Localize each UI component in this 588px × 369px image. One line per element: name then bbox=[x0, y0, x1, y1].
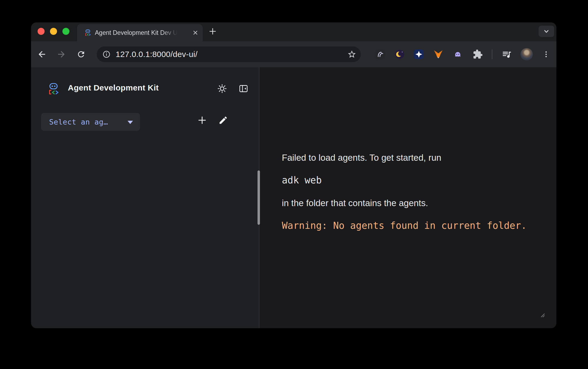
chevron-down-icon bbox=[542, 27, 550, 35]
command-text: adk web bbox=[282, 175, 322, 186]
tab-close-button[interactable] bbox=[191, 29, 199, 37]
resize-handle-icon[interactable] bbox=[538, 310, 545, 318]
extension-1-icon bbox=[375, 49, 386, 60]
sidebar-scrollbar-thumb[interactable] bbox=[258, 170, 260, 225]
warning-message: Warning: No agents found in current fold… bbox=[282, 220, 527, 231]
sidebar: Agent Development Kit bbox=[31, 67, 259, 328]
profile-avatar[interactable] bbox=[520, 48, 533, 61]
ghost-icon bbox=[452, 49, 463, 60]
extension-3-icon bbox=[413, 49, 425, 60]
plus-icon bbox=[197, 115, 207, 125]
window-close-button[interactable] bbox=[38, 28, 45, 35]
traffic-lights bbox=[38, 28, 69, 35]
extension-button-4[interactable] bbox=[432, 48, 444, 60]
agent-select-dropdown[interactable]: Select an ag… bbox=[41, 113, 140, 131]
adk-favicon-icon bbox=[84, 29, 92, 38]
theme-toggle-button[interactable] bbox=[217, 83, 228, 94]
address-bar[interactable]: 127.0.0.1:8000/dev-ui/ bbox=[97, 46, 361, 62]
back-icon bbox=[37, 49, 47, 59]
sun-icon bbox=[217, 83, 227, 94]
extension-button-2[interactable] bbox=[394, 48, 406, 60]
dropdown-caret-icon bbox=[128, 121, 133, 124]
window-minimize-button[interactable] bbox=[50, 28, 57, 35]
edit-button[interactable] bbox=[218, 115, 229, 126]
more-vertical-icon bbox=[542, 50, 551, 59]
desktop-background: Agent Development Kit Dev U bbox=[0, 0, 588, 369]
site-info-icon[interactable] bbox=[102, 50, 111, 59]
collapse-panel-button[interactable] bbox=[238, 83, 249, 94]
adk-logo-icon bbox=[47, 82, 60, 97]
reload-button[interactable] bbox=[75, 48, 87, 60]
extension-button-5[interactable] bbox=[452, 48, 464, 60]
fox-icon bbox=[433, 49, 444, 60]
forward-icon bbox=[56, 49, 66, 59]
extension-button-1[interactable] bbox=[374, 48, 386, 60]
browser-toolbar: 127.0.0.1:8000/dev-ui/ bbox=[31, 41, 556, 67]
app-title: Agent Development Kit bbox=[68, 83, 159, 92]
panel-toggle-icon bbox=[238, 83, 249, 94]
forward-button[interactable] bbox=[55, 48, 67, 60]
star-icon bbox=[347, 50, 356, 59]
reload-icon bbox=[76, 50, 86, 59]
window-zoom-button[interactable] bbox=[62, 28, 69, 35]
tab-strip: Agent Development Kit Dev U bbox=[31, 22, 556, 41]
extensions-menu-button[interactable] bbox=[472, 48, 484, 60]
browser-menu-button[interactable] bbox=[541, 48, 551, 60]
new-tab-button[interactable] bbox=[207, 25, 219, 37]
toolbar-separator bbox=[492, 49, 492, 59]
error-message-intro: Failed to load agents. To get started, r… bbox=[282, 153, 441, 163]
back-button[interactable] bbox=[36, 48, 48, 60]
browser-window: Agent Development Kit Dev U bbox=[31, 22, 556, 328]
error-message-outro: in the folder that contains the agents. bbox=[282, 198, 428, 208]
tab-search-button[interactable] bbox=[539, 26, 554, 37]
extension-button-3[interactable] bbox=[413, 48, 425, 60]
browser-tab[interactable]: Agent Development Kit Dev U bbox=[77, 24, 203, 41]
bookmark-star-button[interactable] bbox=[347, 50, 356, 59]
page-content: Agent Development Kit bbox=[31, 67, 556, 328]
url-text[interactable]: 127.0.0.1:8000/dev-ui/ bbox=[116, 50, 198, 59]
main-panel: Failed to load agents. To get started, r… bbox=[259, 67, 556, 328]
media-controls-button[interactable] bbox=[501, 48, 513, 60]
agent-select-label: Select an ag… bbox=[49, 118, 108, 126]
extension-2-icon bbox=[394, 49, 405, 60]
edit-pencil-icon bbox=[218, 115, 228, 125]
add-session-button[interactable] bbox=[196, 114, 208, 126]
media-playlist-icon bbox=[502, 49, 512, 59]
extensions-puzzle-icon bbox=[473, 49, 483, 59]
tab-title: Agent Development Kit Dev U bbox=[95, 24, 178, 41]
